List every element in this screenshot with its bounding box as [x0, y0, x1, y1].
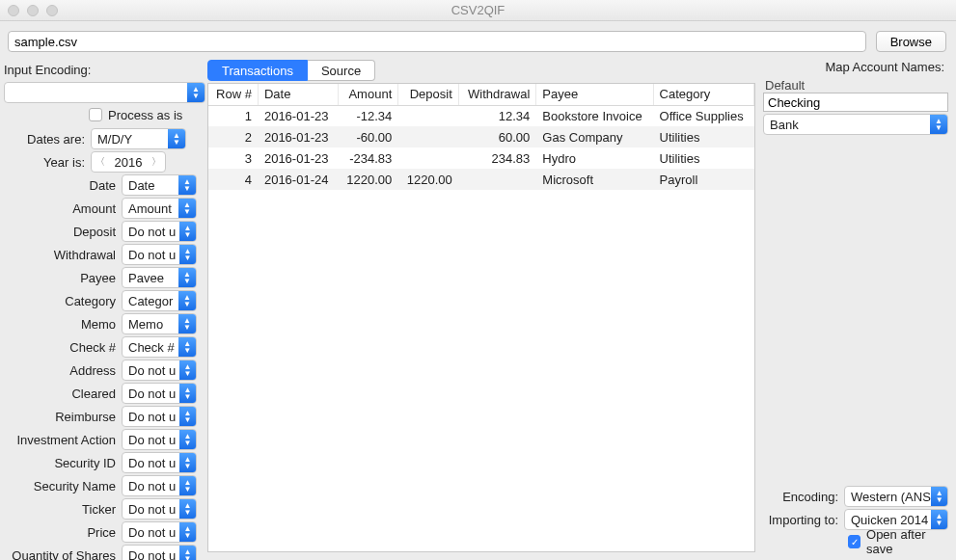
dates-are-label: Dates are: — [4, 132, 91, 147]
input-encoding-select[interactable]: ▲▼ — [4, 82, 205, 103]
tab-transactions[interactable]: Transactions — [207, 60, 308, 81]
chevron-updown-icon: ▲▼ — [179, 522, 196, 542]
field-select-quantity-of-shares[interactable]: Do not u▲▼ — [122, 545, 197, 560]
table-cell: 1220.00 — [338, 169, 398, 190]
chevron-updown-icon: ▲▼ — [179, 245, 196, 264]
chevron-updown-icon: ▲▼ — [168, 129, 185, 148]
chevron-left-icon[interactable]: 〈 — [92, 155, 109, 169]
process-as-is-checkbox[interactable] — [89, 108, 102, 121]
browse-button[interactable]: Browse — [876, 31, 946, 52]
table-cell: 1 — [208, 105, 258, 126]
window-title: CSV2QIF — [0, 3, 956, 17]
table-row[interactable]: 12016-01-23-12.3412.34Bookstore InvoiceO… — [208, 105, 754, 126]
field-label: Address — [4, 363, 122, 378]
field-select-check-[interactable]: Check #▲▼ — [122, 336, 197, 358]
account-type-select[interactable]: Bank ▲▼ — [763, 114, 948, 135]
chevron-updown-icon: ▲▼ — [178, 199, 196, 218]
table-cell: Utilities — [653, 126, 753, 147]
field-label: Check # — [4, 340, 122, 355]
process-as-is-label: Process as is — [108, 108, 182, 122]
field-select-payee[interactable]: Pavee▲▼ — [122, 267, 197, 288]
file-path-input[interactable] — [8, 31, 866, 52]
chevron-updown-icon: ▲▼ — [187, 83, 205, 102]
table-row[interactable]: 42016-01-241220.001220.00MicrosoftPayrol… — [208, 169, 754, 190]
table-cell: 1220.00 — [398, 169, 459, 190]
table-cell: Payroll — [653, 169, 753, 190]
field-label: Cleared — [4, 387, 122, 401]
chevron-updown-icon: ▲▼ — [930, 115, 947, 134]
encoding-label: Encoding: — [782, 490, 838, 504]
col-header[interactable]: Amount — [338, 84, 398, 105]
chevron-updown-icon: ▲▼ — [931, 510, 947, 529]
chevron-updown-icon: ▲▼ — [179, 384, 196, 403]
col-header[interactable]: Category — [653, 84, 753, 105]
field-select-reimburse[interactable]: Do not u▲▼ — [122, 406, 197, 427]
table-row[interactable]: 22016-01-23-60.0060.00Gas CompanyUtiliti… — [208, 126, 754, 147]
field-select-category[interactable]: Categor▲▼ — [122, 290, 197, 311]
table-cell: 60.00 — [458, 126, 536, 147]
chevron-updown-icon: ▲▼ — [931, 487, 947, 506]
default-account-input[interactable] — [763, 93, 948, 112]
field-select-memo[interactable]: Memo▲▼ — [122, 313, 197, 334]
field-label: Investment Action — [4, 433, 122, 447]
chevron-updown-icon: ▲▼ — [179, 222, 196, 241]
col-header[interactable]: Row # — [208, 84, 258, 105]
field-label: Withdrawal — [4, 248, 122, 262]
open-after-save-checkbox[interactable]: ✓ — [848, 535, 860, 548]
output-encoding-select[interactable]: Western (ANS ▲▼ — [844, 486, 948, 507]
field-select-deposit[interactable]: Do not u▲▼ — [122, 221, 197, 242]
chevron-updown-icon: ▲▼ — [178, 175, 196, 195]
col-header[interactable]: Deposit — [398, 84, 459, 105]
field-label: Security ID — [4, 456, 122, 470]
chevron-updown-icon: ▲▼ — [179, 407, 196, 426]
field-select-price[interactable]: Do not u▲▼ — [122, 521, 197, 543]
field-label: Quantity of Shares — [4, 548, 122, 561]
input-encoding-label: Input Encoding: — [4, 63, 95, 77]
table-cell: 2016-01-23 — [258, 105, 338, 126]
table-cell: Microsoft — [536, 169, 653, 190]
field-select-address[interactable]: Do not u▲▼ — [122, 360, 197, 381]
chevron-right-icon[interactable]: 〉 — [148, 155, 165, 169]
table-cell — [458, 169, 536, 190]
chevron-updown-icon: ▲▼ — [179, 476, 196, 495]
table-cell: 234.83 — [458, 147, 536, 169]
col-header[interactable]: Date — [258, 84, 338, 105]
chevron-updown-icon: ▲▼ — [179, 546, 196, 560]
table-cell: Gas Company — [536, 126, 653, 147]
default-label: Default — [763, 76, 948, 93]
table-cell: Office Supplies — [653, 105, 753, 126]
tab-source[interactable]: Source — [308, 60, 375, 81]
field-label: Security Name — [4, 479, 122, 493]
col-header[interactable]: Withdrawal — [458, 84, 536, 105]
chevron-updown-icon: ▲▼ — [178, 337, 196, 357]
field-label: Reimburse — [4, 410, 122, 424]
field-label: Date — [4, 178, 122, 193]
transactions-table: Row #DateAmountDepositWithdrawalPayeeCat… — [207, 83, 755, 552]
table-cell: Bookstore Invoice — [536, 105, 653, 126]
field-label: Memo — [4, 317, 122, 332]
field-select-ticker[interactable]: Do not u▲▼ — [122, 498, 197, 520]
dates-are-select[interactable]: M/D/Y ▲▼ — [91, 128, 186, 149]
field-select-investment-action[interactable]: Do not u▲▼ — [122, 429, 197, 450]
table-cell: 2016-01-23 — [258, 147, 338, 169]
field-select-date[interactable]: Date▲▼ — [122, 174, 197, 196]
field-select-amount[interactable]: Amount▲▼ — [122, 198, 197, 219]
field-select-security-id[interactable]: Do not u▲▼ — [122, 452, 197, 473]
field-select-cleared[interactable]: Do not u▲▼ — [122, 383, 197, 404]
field-select-withdrawal[interactable]: Do not u▲▼ — [122, 244, 197, 265]
table-cell: Hydro — [536, 147, 653, 169]
table-cell — [398, 105, 459, 126]
table-cell: -12.34 — [338, 105, 398, 126]
table-row[interactable]: 32016-01-23-234.83234.83HydroUtilities — [208, 147, 754, 169]
field-label: Category — [4, 294, 122, 308]
table-cell: 2016-01-23 — [258, 126, 338, 147]
col-header[interactable]: Payee — [536, 84, 653, 105]
field-select-security-name[interactable]: Do not u▲▼ — [122, 475, 197, 496]
year-stepper[interactable]: 〈 2016 〉 — [91, 151, 166, 173]
table-cell: -60.00 — [338, 126, 398, 147]
field-label: Payee — [4, 271, 122, 285]
importing-to-label: Importing to: — [769, 513, 838, 527]
year-is-label: Year is: — [4, 155, 91, 170]
table-cell: 2016-01-24 — [258, 169, 338, 190]
table-cell: 12.34 — [458, 105, 536, 126]
